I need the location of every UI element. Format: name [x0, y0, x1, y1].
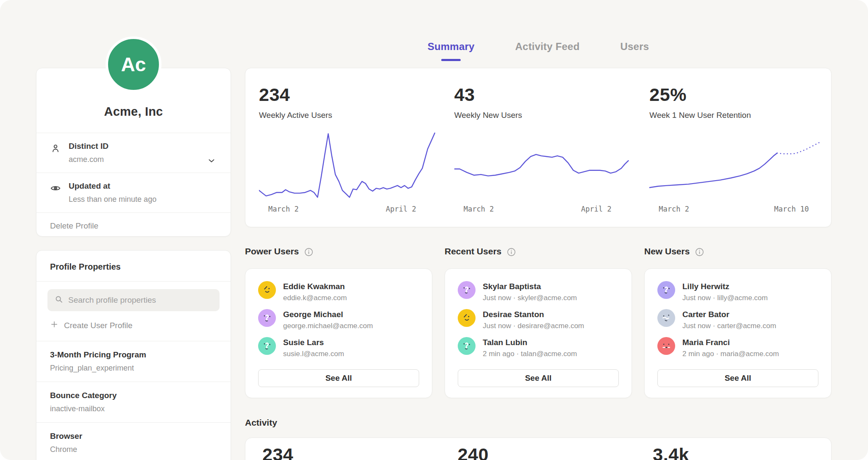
squiggle-face-icon — [262, 340, 273, 352]
activity-section-title: Activity — [245, 418, 277, 428]
stat-weekly-active-users: 234 Weekly Active Users March 2 April 2 — [245, 68, 441, 227]
updated-at-value: Less than one minute ago — [69, 195, 214, 204]
list-title: Power Users — [245, 246, 299, 256]
x-axis-labels: March 2 April 2 — [454, 201, 632, 216]
user-lists-section: Power Users Eddie Kwakman eddie.k@acme.c… — [245, 245, 832, 398]
property-name: Browser — [50, 432, 217, 441]
delete-profile-button[interactable]: Delete Profile — [36, 212, 231, 239]
activity-stat-value: 240 — [458, 444, 636, 460]
create-user-profile-label: Create User Profile — [64, 321, 133, 330]
avatar — [258, 337, 276, 355]
activity-stat-value: 3.4k — [653, 444, 831, 460]
updated-at-label: Updated at — [69, 181, 214, 191]
x-tick-right: March 10 — [774, 205, 809, 213]
tab-summary[interactable]: Summary — [428, 41, 475, 61]
property-name: 3-Month Pricing Program — [50, 350, 217, 360]
see-all-button[interactable]: See All — [657, 369, 818, 387]
chevron-down-icon[interactable] — [207, 156, 216, 165]
profile-properties-card: Profile Properties Create User Profile 3… — [36, 250, 231, 460]
activity-card: 234 240 3.4k — [245, 438, 832, 460]
user-row[interactable]: George Michael george.michael@acme.com — [258, 309, 419, 330]
user-meta: Just now · lilly@acme.com — [682, 294, 768, 302]
x-tick-left: March 2 — [268, 205, 299, 213]
flat-face-icon — [661, 340, 672, 352]
squiggle-face-icon — [461, 284, 473, 296]
stat-weekly-new-users: 43 Weekly New Users March 2 April 2 — [441, 68, 636, 227]
activity-stat-value: 234 — [262, 444, 441, 460]
user-row[interactable]: Eddie Kwakman eddie.k@acme.com — [258, 281, 419, 302]
plus-icon — [50, 320, 58, 331]
avatar — [657, 281, 675, 299]
user-meta: 2 min ago · maria@acme.com — [682, 350, 779, 358]
user-meta: Just now · desirare@acme.com — [483, 322, 584, 330]
user-row[interactable]: Desirae Stanton Just now · desirare@acme… — [458, 309, 619, 330]
property-name: Bounce Category — [50, 391, 217, 400]
sleepy-face-icon — [661, 312, 672, 324]
create-user-profile-button[interactable]: Create User Profile — [36, 311, 231, 341]
avatar — [458, 281, 476, 299]
x-tick-right: April 2 — [581, 205, 612, 213]
power-users-column: Power Users Eddie Kwakman eddie.k@acme.c… — [245, 245, 432, 398]
sparkline-chart — [454, 129, 632, 198]
list-title: Recent Users — [445, 246, 501, 256]
distinct-id-row: Distinct ID acme.com — [36, 133, 231, 173]
stat-week1-retention: 25% Week 1 New User Retention March 2 Ma… — [636, 68, 831, 227]
see-all-button[interactable]: See All — [258, 369, 419, 387]
avatar — [657, 309, 675, 327]
profile-properties-title: Profile Properties — [36, 251, 231, 282]
tab-bar: Summary Activity Feed Users — [245, 41, 832, 61]
user-name: George Michael — [283, 309, 373, 319]
profile-card: Acme, Inc Distinct ID acme.com — [36, 68, 231, 237]
info-icon[interactable] — [695, 247, 704, 257]
tab-users[interactable]: Users — [620, 41, 649, 61]
company-avatar: Ac — [106, 36, 161, 92]
eye-icon — [50, 183, 61, 194]
x-axis-labels: March 2 March 10 — [649, 201, 827, 216]
user-email: eddie.k@acme.com — [283, 294, 347, 302]
info-icon[interactable] — [304, 247, 314, 257]
wink-face-icon — [262, 284, 273, 296]
property-value: Chrome — [50, 445, 217, 454]
new-users-column: New Users Lilly Herwitz Just now · lilly… — [644, 245, 832, 398]
avatar — [458, 309, 476, 327]
search-input[interactable] — [68, 296, 213, 305]
user-meta: 2 min ago · talan@acme.com — [483, 350, 577, 358]
user-row[interactable]: Maria Franci 2 min ago · maria@acme.com — [657, 337, 818, 358]
avatar — [258, 309, 276, 327]
user-name: Susie Lars — [283, 337, 344, 347]
property-row[interactable]: Bounce Category inactive-mailbox — [36, 382, 231, 423]
stat-label: Weekly Active Users — [259, 111, 437, 120]
user-row[interactable]: Carter Bator Just now · carter@acme.com — [657, 309, 818, 330]
updated-at-row: Updated at Less than one minute ago — [36, 173, 231, 212]
user-name: Eddie Kwakman — [283, 281, 347, 291]
company-initials: Ac — [121, 53, 146, 76]
summary-stats-card: 234 Weekly Active Users March 2 April 2 … — [245, 68, 832, 227]
user-row[interactable]: Lilly Herwitz Just now · lilly@acme.com — [657, 281, 818, 302]
recent-users-column: Recent Users Skylar Baptista Just now · … — [445, 245, 632, 398]
property-value: inactive-mailbox — [50, 404, 217, 413]
user-row[interactable]: Skylar Baptista Just now · skyler@acme.c… — [458, 281, 619, 302]
x-tick-left: March 2 — [659, 205, 689, 213]
stat-value: 43 — [454, 84, 632, 105]
user-email: susie.l@acme.com — [283, 350, 344, 358]
user-row[interactable]: Talan Lubin 2 min ago · talan@acme.com — [458, 337, 619, 358]
info-icon[interactable] — [506, 247, 516, 257]
user-name: Carter Bator — [682, 309, 776, 319]
property-row[interactable]: Browser Chrome — [36, 423, 231, 460]
distinct-id-value: acme.com — [69, 155, 214, 164]
user-name: Desirae Stanton — [483, 309, 584, 319]
distinct-id-label: Distinct ID — [69, 142, 214, 151]
tab-activity-feed[interactable]: Activity Feed — [515, 41, 580, 61]
see-all-button[interactable]: See All — [458, 369, 619, 387]
x-tick-left: March 2 — [464, 205, 494, 213]
profile-properties-search — [47, 289, 220, 311]
app-frame: Ac Acme, Inc Distinct ID acme.com — [0, 0, 868, 460]
company-name: Acme, Inc — [36, 105, 231, 119]
activity-stat: 234 — [245, 444, 441, 460]
user-row[interactable]: Susie Lars susie.l@acme.com — [258, 337, 419, 358]
activity-stat: 3.4k — [636, 444, 831, 460]
property-row[interactable]: 3-Month Pricing Program Pricing_plan_exp… — [36, 341, 231, 382]
stat-value: 25% — [649, 84, 827, 105]
squiggle-face-icon — [262, 312, 273, 324]
squiggle-face-icon — [661, 284, 672, 296]
